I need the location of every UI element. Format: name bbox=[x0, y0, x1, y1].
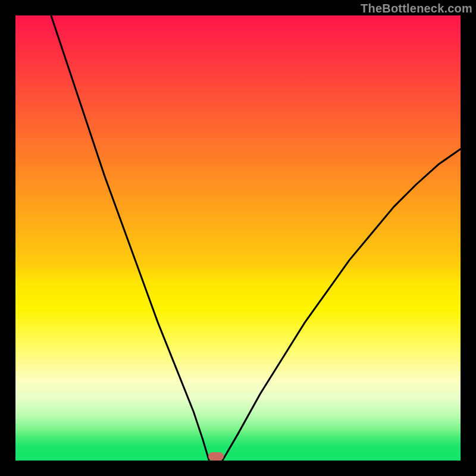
left-branch-curve bbox=[51, 15, 209, 461]
curve-layer bbox=[15, 15, 461, 461]
right-branch-curve bbox=[223, 149, 461, 461]
plot-area bbox=[15, 15, 461, 461]
watermark-text: TheBottleneck.com bbox=[361, 2, 472, 15]
chart-frame: TheBottleneck.com bbox=[0, 0, 476, 476]
optimum-marker bbox=[208, 452, 224, 461]
